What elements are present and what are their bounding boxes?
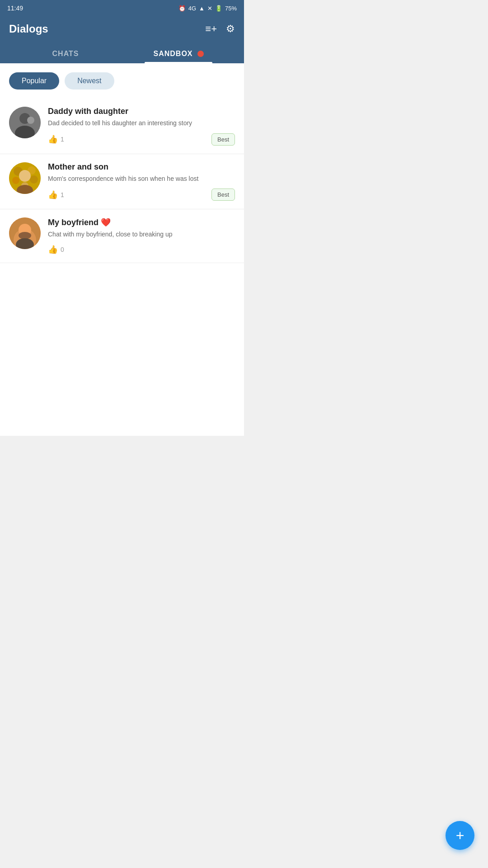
svg-point-7 bbox=[12, 177, 19, 184]
avatar-image bbox=[9, 162, 41, 194]
avatar bbox=[9, 107, 41, 138]
like-count: 1 bbox=[61, 191, 64, 198]
chat-title: Mother and son bbox=[48, 162, 235, 172]
alarm-icon: ⏰ bbox=[178, 5, 186, 12]
status-bar: 11:49 ⏰ 4G ▲ ✕ 🔋 75% bbox=[0, 0, 244, 16]
network-label: 4G bbox=[188, 5, 196, 12]
header-actions: ≡+ ⚙ bbox=[205, 23, 235, 35]
chat-item[interactable]: Daddy with daughter Dad decided to tell … bbox=[0, 99, 244, 154]
avatar bbox=[9, 162, 41, 194]
svg-point-3 bbox=[27, 117, 34, 124]
tabs-container: CHATS SANDBOX bbox=[9, 44, 235, 63]
filter-row: Popular Newest bbox=[0, 63, 244, 99]
status-icons: ⏰ 4G ▲ ✕ 🔋 75% bbox=[178, 5, 237, 12]
thumbs-up-icon: 👍 bbox=[48, 190, 58, 200]
tab-chats[interactable]: CHATS bbox=[9, 44, 122, 63]
chat-title: Daddy with daughter bbox=[48, 107, 235, 116]
battery-percent: 75% bbox=[225, 5, 237, 12]
chat-body: My boyfriend ❤️ Chat with my boyfriend, … bbox=[48, 217, 235, 255]
chat-body: Mother and son Mom's correspondence with… bbox=[48, 162, 235, 201]
avatar-image bbox=[9, 217, 41, 249]
header-top: Dialogs ≡+ ⚙ bbox=[9, 23, 235, 35]
avatar bbox=[9, 217, 41, 249]
signal-icon: ▲ bbox=[199, 5, 205, 12]
chat-item[interactable]: My boyfriend ❤️ Chat with my boyfriend, … bbox=[0, 209, 244, 263]
header: Dialogs ≡+ ⚙ CHATS SANDBOX bbox=[0, 16, 244, 63]
chat-title: My boyfriend ❤️ bbox=[48, 217, 235, 227]
chat-item[interactable]: Mother and son Mom's correspondence with… bbox=[0, 154, 244, 210]
chat-footer: 👍 0 bbox=[48, 245, 235, 255]
like-count: 1 bbox=[61, 136, 64, 143]
filter-newest-button[interactable]: Newest bbox=[65, 72, 114, 90]
svg-point-9 bbox=[19, 170, 31, 182]
new-chat-icon[interactable]: ≡+ bbox=[205, 23, 217, 35]
tab-sandbox[interactable]: SANDBOX bbox=[122, 44, 235, 63]
thumbs-up-icon: 👍 bbox=[48, 245, 58, 255]
chat-description: Chat with my boyfriend, close to breakin… bbox=[48, 230, 235, 239]
sandbox-notification-dot bbox=[197, 51, 204, 57]
page-title: Dialogs bbox=[9, 23, 48, 35]
chat-body: Daddy with daughter Dad decided to tell … bbox=[48, 107, 235, 146]
like-row: 👍 0 bbox=[48, 245, 64, 255]
settings-icon[interactable]: ⚙ bbox=[226, 23, 235, 35]
chat-footer: 👍 1 Best bbox=[48, 189, 235, 201]
avatar-image bbox=[9, 107, 41, 138]
best-badge: Best bbox=[211, 189, 235, 201]
like-count: 0 bbox=[61, 246, 64, 253]
like-row: 👍 1 bbox=[48, 190, 64, 200]
chat-description: Mom's correspondence with his son when h… bbox=[48, 175, 235, 184]
svg-point-15 bbox=[19, 232, 31, 239]
signal-x-icon: ✕ bbox=[207, 5, 212, 12]
svg-point-8 bbox=[30, 175, 38, 184]
thumbs-up-icon: 👍 bbox=[48, 134, 58, 144]
chat-footer: 👍 1 Best bbox=[48, 133, 235, 146]
like-row: 👍 1 bbox=[48, 134, 64, 144]
chat-description: Dad decided to tell his daughter an inte… bbox=[48, 119, 235, 128]
content-area: Popular Newest Daddy with daughter Dad d… bbox=[0, 63, 244, 436]
best-badge: Best bbox=[211, 133, 235, 146]
status-time: 11:49 bbox=[7, 5, 23, 12]
battery-icon: 🔋 bbox=[215, 5, 222, 12]
filter-popular-button[interactable]: Popular bbox=[9, 72, 59, 90]
